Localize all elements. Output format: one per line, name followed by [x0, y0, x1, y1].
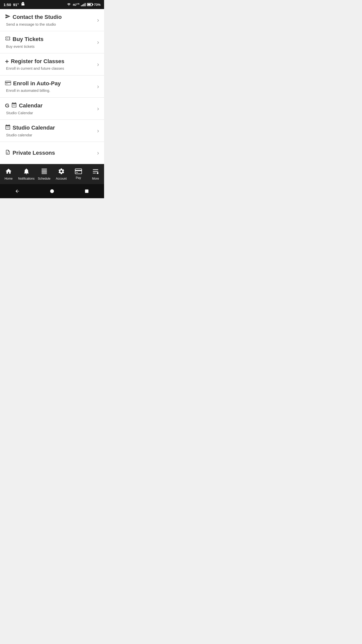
back-button[interactable]: [12, 186, 23, 197]
lessons-icon: [5, 149, 11, 156]
status-temp: 91°: [13, 3, 19, 7]
register-classes-label: Register for Classes: [11, 58, 64, 65]
nav-notifications-label: Notifications: [18, 177, 34, 180]
pay-icon: [75, 169, 82, 175]
menu-item-contact-studio[interactable]: Contact the Studio Send a message to the…: [0, 9, 104, 31]
studio-calendar-subtitle: Studio calendar: [5, 133, 95, 137]
status-left: 1:50 91°: [4, 2, 26, 8]
menu-item-left: + Register for Classes Enroll in current…: [5, 58, 95, 70]
auto-pay-label: Enroll in Auto-Pay: [13, 80, 61, 87]
contact-studio-subtitle: Send a message to the studio: [5, 22, 95, 26]
buy-tickets-subtitle: Buy event tickets: [5, 44, 95, 49]
menu-item-register-classes[interactable]: + Register for Classes Enroll in current…: [0, 53, 104, 75]
battery-percentage: 73%: [94, 3, 101, 7]
plus-icon: +: [5, 58, 9, 65]
menu-item-private-lessons[interactable]: Private Lessons ›: [0, 142, 104, 164]
buy-tickets-label: Buy Tickets: [13, 36, 43, 43]
menu-item-left: Private Lessons: [5, 149, 95, 156]
menu-item-title: Enroll in Auto-Pay: [5, 80, 95, 87]
contact-studio-label: Contact the Studio: [13, 14, 62, 20]
register-classes-subtitle: Enroll in current and future classes: [5, 66, 95, 70]
chevron-icon: ›: [97, 105, 99, 112]
schedule-icon: [41, 168, 48, 176]
recents-button[interactable]: [81, 186, 92, 197]
svg-point-9: [97, 172, 99, 174]
menu-item-studio-calendar[interactable]: Studio Calendar Studio calendar ›: [0, 120, 104, 142]
chevron-icon: ›: [97, 17, 99, 24]
nav-item-home[interactable]: Home: [0, 164, 17, 184]
nav-account-label: Account: [56, 177, 67, 180]
menu-item-title: Contact the Studio: [5, 14, 95, 21]
svg-rect-8: [93, 173, 96, 173]
menu-item-title: G Calendar: [5, 102, 95, 109]
studio-calendar-icon: [5, 124, 11, 131]
wifi-icon: [67, 3, 71, 7]
menu-item-title: + Register for Classes: [5, 58, 95, 65]
nav-home-label: Home: [5, 177, 13, 180]
menu-item-left: Contact the Studio Send a message to the…: [5, 14, 95, 26]
nav-item-more[interactable]: More: [87, 164, 104, 184]
auto-pay-subtitle: Enroll in automated billing.: [5, 88, 95, 93]
status-bar: 1:50 91° 4GLTE: [0, 0, 104, 9]
private-lessons-label: Private Lessons: [13, 150, 55, 156]
menu-item-calendar[interactable]: G Calendar Studio Calendar ›: [0, 98, 104, 120]
signal-icon: [81, 3, 85, 6]
card-icon: [5, 80, 11, 87]
chevron-icon: ›: [97, 127, 99, 134]
svg-rect-3: [75, 169, 82, 174]
nav-item-account[interactable]: Account: [53, 164, 70, 184]
chevron-icon: ›: [97, 39, 99, 46]
menu-item-buy-tickets[interactable]: Buy Tickets Buy event tickets ›: [0, 31, 104, 53]
menu-item-title: Studio Calendar: [5, 124, 95, 131]
bottom-nav: Home Notifications Schedule Account: [0, 164, 104, 184]
calendar-subtitle: Studio Calendar: [5, 111, 95, 115]
battery-icon: [87, 3, 93, 6]
status-right: 4GLTE 73%: [67, 3, 101, 7]
ghost-icon: [21, 2, 26, 8]
nav-item-notifications[interactable]: Notifications: [17, 164, 35, 184]
chevron-icon: ›: [97, 83, 99, 90]
contact-icon: [5, 14, 11, 21]
menu-item-left: G Calendar Studio Calendar: [5, 102, 95, 115]
svg-rect-1: [5, 82, 11, 83]
home-button[interactable]: [47, 186, 58, 197]
calendar-icon: [11, 102, 17, 109]
menu-item-left: Buy Tickets Buy event tickets: [5, 36, 95, 49]
nav-item-schedule[interactable]: Schedule: [36, 164, 53, 184]
nav-item-pay[interactable]: Pay: [70, 164, 87, 184]
menu-item-left: Studio Calendar Studio calendar: [5, 124, 95, 137]
studio-calendar-label: Studio Calendar: [13, 125, 55, 131]
ticket-icon: [5, 36, 11, 43]
menu-item-auto-pay[interactable]: Enroll in Auto-Pay Enroll in automated b…: [0, 75, 104, 98]
chevron-icon: ›: [97, 149, 99, 156]
svg-rect-7: [93, 171, 98, 172]
nav-schedule-label: Schedule: [38, 177, 51, 180]
svg-point-10: [50, 189, 54, 193]
system-nav-bar: [0, 184, 104, 198]
nav-more-label: More: [92, 177, 99, 180]
menu-item-title: Private Lessons: [5, 149, 95, 156]
notifications-icon: [23, 168, 30, 176]
main-content: Contact the Studio Send a message to the…: [0, 9, 104, 164]
network-icon: 4GLTE: [73, 3, 79, 6]
svg-rect-4: [75, 170, 82, 171]
svg-rect-6: [93, 169, 98, 170]
svg-rect-0: [5, 81, 11, 85]
menu-item-title: Buy Tickets: [5, 36, 95, 43]
status-time: 1:50: [4, 3, 11, 7]
svg-rect-11: [85, 190, 88, 193]
more-icon: [92, 168, 99, 176]
calendar-label: Calendar: [19, 102, 42, 109]
menu-item-left: Enroll in Auto-Pay Enroll in automated b…: [5, 80, 95, 93]
svg-rect-2: [6, 84, 8, 84]
account-icon: [58, 168, 65, 176]
svg-rect-5: [76, 172, 78, 173]
google-icon: G: [5, 102, 9, 109]
chevron-icon: ›: [97, 61, 99, 68]
nav-pay-label: Pay: [76, 176, 81, 180]
home-icon: [5, 168, 12, 176]
